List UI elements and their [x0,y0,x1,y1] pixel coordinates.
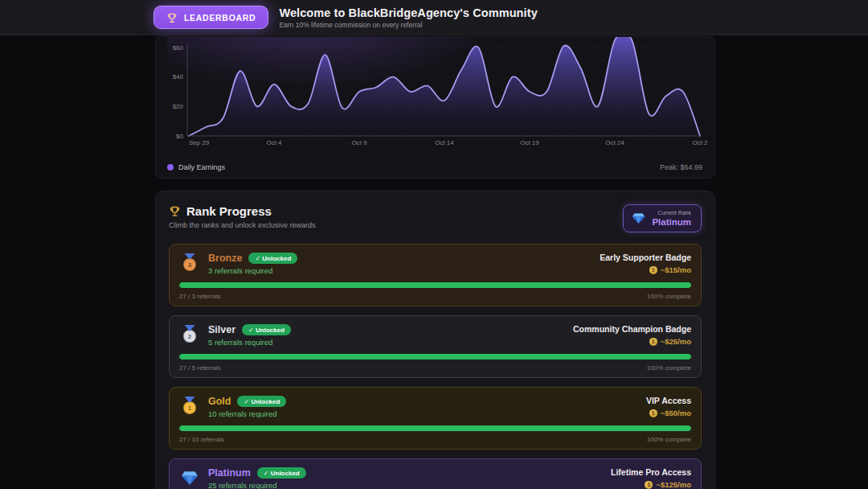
rank-money: ~$15/mo [661,265,691,274]
current-rank-label: Current Rank [657,210,691,216]
svg-text:$60: $60 [173,44,184,51]
current-rank-value: Platinum [652,217,691,227]
rank-reward: Community Champion Badge [573,324,691,334]
progress-percent: 100% complete [647,436,691,443]
rank-requirement: 10 referrals required [208,409,286,418]
chart-legend: Daily Earnings [167,163,225,171]
svg-text:$0: $0 [176,133,183,140]
svg-text:Oct 9: Oct 9 [351,139,367,146]
community-header: Welcome to BlackBridgeAgency's Community… [279,6,537,29]
rank-requirement: 25 referrals required [208,481,306,489]
page-title: Welcome to BlackBridgeAgency's Community [279,6,537,19]
rank-card-bronze: 3 Bronze ✓ Unlocked 3 referrals required… [169,244,702,306]
chart-footer: Daily Earnings Peak: $64.99 [167,163,702,171]
rank-cards-list: 3 Bronze ✓ Unlocked 3 referrals required… [169,244,702,489]
rank-requirement: 5 referrals required [208,338,291,347]
earnings-chart-card: $0$20$40$60 Sep 29Oct 4Oct 9Oct 14Oct 19… [155,36,715,179]
svg-text:Sep 29: Sep 29 [189,139,210,146]
rank-reward: VIP Access [646,396,691,405]
progress-bar [179,282,691,288]
leaderboard-button-label: LEADERBOARD [184,13,256,23]
rank-reward: Early Supporter Badge [600,253,691,262]
chart-y-axis-labels: $0$20$40$60 [173,44,184,140]
svg-text:Oct 2: Oct 2 [692,139,708,146]
legend-label: Daily Earnings [178,163,225,171]
rank-name: Silver [208,324,235,335]
chart-area-fill [189,37,700,136]
rank-card-platinum: Platinum ✓ Unlocked 25 referrals require… [169,458,702,489]
rank-money: ~$125/mo [656,480,691,489]
rank-section-header: Rank Progress Climb the ranks and unlock… [169,204,702,232]
unlocked-badge: ✓ Unlocked [257,467,306,479]
bronze-medal-icon: 3 [179,253,200,271]
unlocked-badge: ✓ Unlocked [242,324,291,335]
rank-money: ~$25/mo [661,337,691,346]
page-subtitle: Earn 10% lifetime commission on every re… [279,21,537,29]
peak-label: Peak: $64.99 [660,163,702,171]
svg-text:Oct 24: Oct 24 [605,139,624,146]
rank-requirement: 3 referrals required [208,266,297,275]
rank-reward: Lifetime Pro Access [611,467,691,477]
svg-text:$20: $20 [173,103,184,110]
svg-text:Oct 4: Oct 4 [266,139,282,146]
gem-icon [179,471,200,486]
rank-card-gold: 1 Gold ✓ Unlocked 10 referrals required … [169,387,702,450]
rank-section-title: Rank Progress [186,204,272,218]
unlocked-badge: ✓ Unlocked [237,396,286,407]
daily-earnings-chart: $0$20$40$60 Sep 29Oct 4Oct 9Oct 14Oct 19… [156,37,715,151]
main-content: $0$20$40$60 Sep 29Oct 4Oct 9Oct 14Oct 19… [155,36,715,489]
trophy-icon [166,12,178,23]
rank-name: Gold [208,396,231,407]
rank-card-silver: 2 Silver ✓ Unlocked 5 referrals required… [169,315,702,378]
money-bag-icon: $ [649,338,657,346]
progress-bar [179,425,691,431]
trophy-icon [169,205,181,217]
rank-section-subtitle: Climb the ranks and unlock exclusive rew… [169,221,316,229]
silver-medal-icon: 2 [179,325,200,343]
rank-progress-section: Rank Progress Climb the ranks and unlock… [155,191,715,489]
svg-text:Oct 14: Oct 14 [435,139,454,146]
money-bag-icon: $ [645,481,653,489]
svg-text:$40: $40 [173,73,184,80]
chart-x-axis-labels: Sep 29Oct 4Oct 9Oct 14Oct 19Oct 24Oct 2 [189,139,708,146]
progress-percent: 100% complete [647,293,691,300]
rank-name: Platinum [208,467,251,479]
rank-name: Bronze [208,253,242,264]
progress-count: 27 / 5 referrals [179,364,221,372]
svg-text:Oct 19: Oct 19 [520,139,539,146]
progress-count: 27 / 3 referrals [179,293,221,300]
progress-bar [179,354,691,360]
unlocked-badge: ✓ Unlocked [248,253,297,264]
gold-medal-icon: 1 [179,397,200,414]
top-header-bar: LEADERBOARD Welcome to BlackBridgeAgency… [0,0,868,35]
progress-percent: 100% complete [647,364,691,372]
leaderboard-button[interactable]: LEADERBOARD [154,6,268,29]
money-bag-icon: $ [649,409,657,417]
legend-dot-icon [167,164,174,171]
progress-count: 27 / 10 referrals [179,436,224,443]
rank-money: ~$50/mo [661,409,691,417]
gem-icon [632,212,645,224]
money-bag-icon: $ [649,266,657,274]
current-rank-badge: Current Rank Platinum [623,204,702,232]
